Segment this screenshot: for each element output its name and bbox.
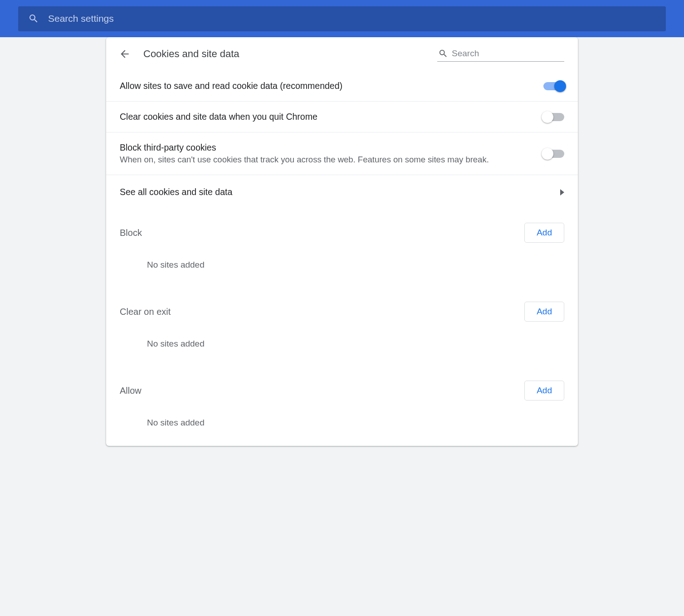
section-title: Allow xyxy=(120,386,524,396)
add-block-button[interactable]: Add xyxy=(524,223,564,243)
empty-state: No sites added xyxy=(120,247,564,288)
toggle-allow-cookies[interactable] xyxy=(543,82,564,90)
section-block: Block Add No sites added xyxy=(106,209,578,288)
section-clear-on-exit: Clear on exit Add No sites added xyxy=(106,288,578,367)
add-allow-button[interactable]: Add xyxy=(524,381,564,401)
empty-state: No sites added xyxy=(120,405,564,446)
setting-allow-cookies: Allow sites to save and read cookie data… xyxy=(106,71,578,102)
setting-clear-on-quit: Clear cookies and site data when you qui… xyxy=(106,102,578,132)
toggle-block-third-party[interactable] xyxy=(543,150,564,158)
nav-label: See all cookies and site data xyxy=(120,187,551,197)
section-title: Block xyxy=(120,228,524,238)
see-all-cookies-link[interactable]: See all cookies and site data xyxy=(106,175,578,209)
search-icon xyxy=(438,49,448,59)
chevron-right-icon xyxy=(560,189,564,196)
setting-block-third-party: Block third-party cookies When on, sites… xyxy=(106,132,578,175)
section-allow: Allow Add No sites added xyxy=(106,367,578,446)
inline-search-input[interactable] xyxy=(452,49,563,59)
app-header xyxy=(0,0,684,37)
search-icon xyxy=(28,13,39,24)
global-search-bar[interactable] xyxy=(18,6,666,31)
section-title: Clear on exit xyxy=(120,307,524,317)
arrow-left-icon xyxy=(119,48,131,60)
panel-header: Cookies and site data xyxy=(106,37,578,71)
page-title: Cookies and site data xyxy=(143,48,427,60)
global-search-input[interactable] xyxy=(48,13,656,24)
add-clear-on-exit-button[interactable]: Add xyxy=(524,302,564,322)
setting-label: Block third-party cookies xyxy=(120,142,534,153)
empty-state: No sites added xyxy=(120,326,564,367)
toggle-clear-on-quit[interactable] xyxy=(543,113,564,121)
back-button[interactable] xyxy=(116,45,133,63)
settings-panel: Cookies and site data Allow sites to sav… xyxy=(106,37,578,446)
setting-label: Allow sites to save and read cookie data… xyxy=(120,81,534,91)
setting-description: When on, sites can't use cookies that tr… xyxy=(120,155,534,165)
setting-label: Clear cookies and site data when you qui… xyxy=(120,112,534,122)
inline-search[interactable] xyxy=(437,47,564,62)
